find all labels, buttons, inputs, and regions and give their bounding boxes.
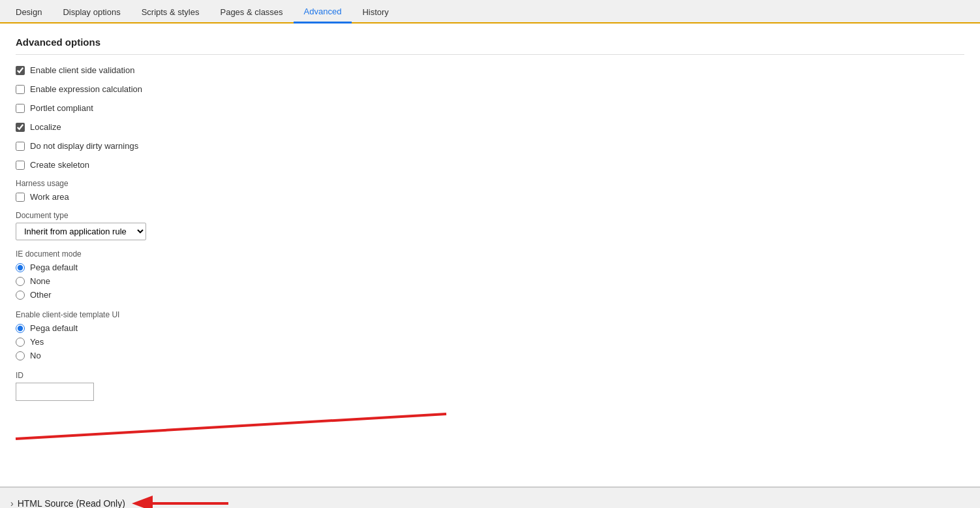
svg-line-0 — [16, 414, 446, 439]
radio-pega-default-template-label[interactable]: Pega default — [30, 323, 78, 333]
checkbox-localize-input[interactable] — [16, 123, 25, 132]
radio-other-ie-input[interactable] — [16, 291, 25, 300]
ie-document-mode-group: IE document mode Pega default None Other — [16, 249, 964, 300]
ie-document-mode-label: IE document mode — [16, 249, 964, 259]
tab-pages-classes[interactable]: Pages & classes — [209, 2, 293, 22]
document-type-select[interactable]: Inherit from application rule HTML5 XHTM… — [16, 223, 146, 240]
checkbox-portlet-compliant-input[interactable] — [16, 104, 25, 113]
red-arrow-svg — [16, 414, 459, 440]
red-arrow-pointer — [150, 493, 235, 508]
red-arrow-annotation — [16, 414, 964, 440]
checkbox-portlet-compliant-label[interactable]: Portlet compliant — [30, 103, 93, 113]
radio-none-ie-label[interactable]: None — [30, 276, 50, 286]
checkbox-localize: Localize — [16, 122, 964, 132]
radio-pega-default-ie: Pega default — [16, 262, 964, 272]
radio-yes-template: Yes — [16, 337, 964, 347]
checkbox-create-skeleton-input[interactable] — [16, 161, 25, 170]
html-source-label[interactable]: HTML Source (Read Only) — [18, 498, 125, 509]
id-input[interactable] — [16, 383, 94, 401]
checkbox-enable-expression-label[interactable]: Enable expression calculation — [30, 84, 142, 94]
client-side-template-group: Enable client-side template UI Pega defa… — [16, 310, 964, 360]
content-area: Advanced options Enable client side vali… — [0, 24, 980, 487]
harness-usage-label: Harness usage — [16, 179, 964, 188]
checkbox-do-not-display-label[interactable]: Do not display dirty warnings — [30, 141, 138, 151]
checkbox-enable-expression: Enable expression calculation — [16, 84, 964, 94]
checkbox-do-not-display: Do not display dirty warnings — [16, 141, 964, 151]
checkbox-enable-client-side: Enable client side validation — [16, 65, 964, 75]
checkbox-do-not-display-input[interactable] — [16, 142, 25, 151]
checkbox-enable-expression-input[interactable] — [16, 85, 25, 94]
chevron-right-icon[interactable]: › — [10, 498, 14, 509]
checkbox-work-area-input[interactable] — [16, 193, 25, 202]
checkbox-localize-label[interactable]: Localize — [30, 122, 61, 132]
radio-none-ie-input[interactable] — [16, 277, 25, 286]
checkbox-enable-client-side-input[interactable] — [16, 66, 25, 75]
document-type-label: Document type — [16, 211, 964, 220]
tab-scripts-styles[interactable]: Scripts & styles — [131, 2, 210, 22]
radio-no-template: No — [16, 351, 964, 360]
id-label: ID — [16, 371, 964, 380]
radio-other-ie: Other — [16, 290, 964, 300]
radio-no-template-label[interactable]: No — [30, 351, 41, 360]
checkbox-create-skeleton: Create skeleton — [16, 160, 964, 170]
radio-pega-default-template: Pega default — [16, 323, 964, 333]
bottom-bar[interactable]: › HTML Source (Read Only) — [0, 487, 980, 508]
checkbox-work-area: Work area — [16, 192, 964, 202]
radio-yes-template-label[interactable]: Yes — [30, 337, 44, 347]
tab-bar: Design Display options Scripts & styles … — [0, 0, 980, 24]
id-field-group: ID — [16, 371, 964, 401]
document-type-group: Document type Inherit from application r… — [16, 211, 964, 240]
radio-pega-default-template-input[interactable] — [16, 324, 25, 333]
radio-pega-default-ie-input[interactable] — [16, 263, 25, 272]
harness-usage-group: Harness usage Work area — [16, 179, 964, 202]
checkbox-portlet-compliant: Portlet compliant — [16, 103, 964, 113]
section-title: Advanced options — [16, 37, 964, 55]
checkbox-enable-client-side-label[interactable]: Enable client side validation — [30, 65, 134, 75]
radio-pega-default-ie-label[interactable]: Pega default — [30, 262, 78, 272]
tab-design[interactable]: Design — [5, 2, 52, 22]
tab-history[interactable]: History — [352, 2, 399, 22]
tab-advanced[interactable]: Advanced — [294, 1, 352, 24]
radio-none-ie: None — [16, 276, 964, 286]
checkbox-work-area-label[interactable]: Work area — [30, 192, 69, 202]
radio-yes-template-input[interactable] — [16, 338, 25, 347]
tab-display-options[interactable]: Display options — [52, 2, 130, 22]
radio-other-ie-label[interactable]: Other — [30, 290, 52, 300]
client-side-template-label: Enable client-side template UI — [16, 310, 964, 319]
checkbox-create-skeleton-label[interactable]: Create skeleton — [30, 160, 89, 170]
radio-no-template-input[interactable] — [16, 351, 25, 360]
